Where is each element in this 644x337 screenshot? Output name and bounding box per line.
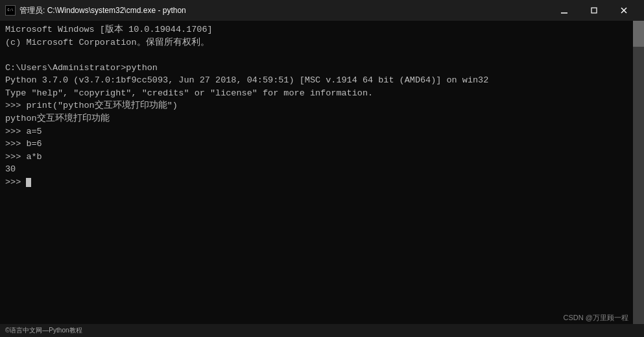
bottom-bar: ©语言中文网—Python教程 [0,324,644,337]
console-output: Microsoft Windows [版本 10.0.19044.1706] (… [5,23,639,188]
scrollbar[interactable] [633,21,644,324]
minimize-icon [561,7,567,14]
scrollbar-thumb[interactable] [633,21,644,47]
maximize-icon [591,7,597,14]
bottom-bar-text: ©语言中文网—Python教程 [5,326,82,335]
close-button[interactable] [609,0,639,21]
svg-rect-1 [591,8,597,13]
cmd-icon [5,5,16,16]
watermark: CSDN @万里顾一程 [564,313,628,323]
title-bar-controls [549,0,639,21]
console-area: Microsoft Windows [版本 10.0.19044.1706] (… [0,21,644,324]
title-bar-left: 管理员: C:\Windows\system32\cmd.exe - pytho… [5,5,186,16]
title-bar: 管理员: C:\Windows\system32\cmd.exe - pytho… [0,0,644,21]
maximize-button[interactable] [579,0,609,21]
cursor [26,178,31,187]
window-title: 管理员: C:\Windows\system32\cmd.exe - pytho… [19,5,186,16]
close-icon [621,7,627,14]
minimize-button[interactable] [549,0,579,21]
